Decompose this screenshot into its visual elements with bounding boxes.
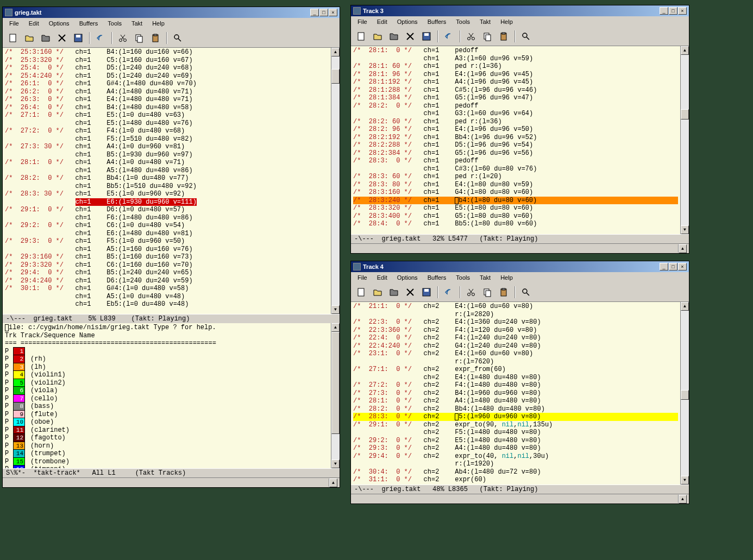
close-button[interactable]: × <box>678 263 687 270</box>
scroll-up-icon[interactable]: ▲ <box>681 302 689 311</box>
kill-buffer-icon[interactable] <box>55 31 69 45</box>
scroll-down-icon[interactable]: ▼ <box>331 460 340 468</box>
menu-buffers[interactable]: Buffers <box>423 273 451 282</box>
editor-pane[interactable]: /* 21:1: 0 */ ch=2 E4:(l=60 du=60 v=80) … <box>351 302 689 485</box>
track-row[interactable]: P6(viola) <box>5 387 329 395</box>
maximize-button[interactable]: □ <box>669 7 677 15</box>
search-icon[interactable] <box>519 285 533 299</box>
menu-edit[interactable]: Edit <box>373 17 392 26</box>
scroll-up-icon[interactable]: ▲ <box>681 46 689 55</box>
menu-help[interactable]: Help <box>496 273 517 282</box>
save-icon[interactable] <box>419 29 434 43</box>
cut-icon[interactable] <box>464 29 478 43</box>
menu-options[interactable]: Options <box>393 273 422 282</box>
menu-edit[interactable]: Edit <box>24 19 43 28</box>
scroll-up-icon[interactable]: ▲ <box>329 479 337 487</box>
close-button[interactable]: × <box>678 7 687 15</box>
menu-file[interactable]: File <box>353 17 372 26</box>
scroll-down-icon[interactable]: ▼ <box>681 476 689 485</box>
track-row[interactable]: P13(horn) <box>5 442 329 450</box>
dired-icon[interactable] <box>387 29 401 43</box>
new-file-icon[interactable] <box>354 285 368 299</box>
menu-help[interactable]: Help <box>148 19 169 28</box>
menu-buffers[interactable]: Buffers <box>75 19 103 28</box>
cut-icon[interactable] <box>464 285 478 299</box>
open-file-icon[interactable] <box>371 29 385 43</box>
track-row[interactable]: P2(rh) <box>5 355 329 363</box>
scrollbar[interactable]: ▲ ▼ <box>331 48 340 314</box>
undo-icon[interactable] <box>442 29 456 43</box>
undo-icon[interactable] <box>442 285 456 299</box>
scroll-down-icon[interactable]: ▼ <box>681 225 689 234</box>
track-row[interactable]: P10(oboe) <box>5 418 329 426</box>
new-file-icon[interactable] <box>354 29 368 43</box>
track-row[interactable]: P15(trombone) <box>5 458 329 466</box>
menu-takt[interactable]: Takt <box>475 273 495 282</box>
menu-takt[interactable]: Takt <box>127 19 147 28</box>
track-row[interactable]: P7(cello) <box>5 395 329 403</box>
menu-edit[interactable]: Edit <box>373 273 392 282</box>
copy-icon[interactable] <box>480 29 494 43</box>
titlebar[interactable]: Track 3 _ □ × <box>351 5 689 16</box>
scrollbar[interactable]: ▲ ▼ <box>331 323 340 468</box>
menu-takt[interactable]: Takt <box>475 17 495 26</box>
open-file-icon[interactable] <box>22 31 36 45</box>
editor-pane-1[interactable]: /* 25:3:160 */ ch=1 B4:(l=160 du=160 v=6… <box>3 48 340 314</box>
save-icon[interactable] <box>71 31 85 45</box>
track-row[interactable]: P9(flute) <box>5 411 329 419</box>
paste-icon[interactable] <box>148 31 162 45</box>
maximize-button[interactable]: □ <box>669 263 677 270</box>
minimize-button[interactable]: _ <box>660 263 668 270</box>
menu-help[interactable]: Help <box>496 17 517 26</box>
dired-icon[interactable] <box>39 31 53 45</box>
paste-icon[interactable] <box>497 29 511 43</box>
track-row[interactable]: P11(clarinet) <box>5 426 329 435</box>
menu-tools[interactable]: Tools <box>103 19 126 28</box>
track-row[interactable]: P14(trumpet) <box>5 450 329 458</box>
menu-options[interactable]: Options <box>393 17 422 26</box>
titlebar[interactable]: Track 4 _ □ × <box>351 261 689 272</box>
scrollbar[interactable]: ▲ ▼ <box>680 46 689 234</box>
scroll-up-icon[interactable]: ▲ <box>331 323 340 332</box>
minibuffer[interactable]: ▲ <box>351 243 689 253</box>
track-row[interactable]: P4(violin1) <box>5 371 329 379</box>
save-icon[interactable] <box>419 285 434 299</box>
track-row[interactable]: P16(timpani) <box>5 465 329 468</box>
scroll-up-icon[interactable]: ▲ <box>331 48 340 56</box>
track-row[interactable]: P5(violin2) <box>5 379 329 387</box>
track-row[interactable]: P12(fagotto) <box>5 434 329 442</box>
titlebar[interactable]: grieg.takt _ □ × <box>3 7 340 18</box>
track-row[interactable]: P1 <box>5 348 329 356</box>
undo-icon[interactable] <box>93 31 108 45</box>
kill-buffer-icon[interactable] <box>403 29 417 43</box>
copy-icon[interactable] <box>132 31 146 45</box>
maximize-button[interactable]: □ <box>319 9 328 16</box>
track-panel[interactable]: ile: c:/cygwin/home/nisim/grieg.takt Typ… <box>3 323 340 468</box>
dired-icon[interactable] <box>387 285 401 299</box>
open-file-icon[interactable] <box>371 285 385 299</box>
editor-pane[interactable]: /* 28:1: 0 */ ch=1 pedoff ch=1 A3:(l=60 … <box>351 46 689 234</box>
scroll-down-icon[interactable]: ▼ <box>331 305 340 314</box>
minimize-button[interactable]: _ <box>660 7 668 15</box>
menu-file[interactable]: File <box>353 273 372 282</box>
new-file-icon[interactable] <box>6 31 20 45</box>
kill-buffer-icon[interactable] <box>403 285 417 299</box>
copy-icon[interactable] <box>480 285 494 299</box>
paste-icon[interactable] <box>497 285 511 299</box>
minibuffer[interactable]: ▲ <box>3 477 340 487</box>
minibuffer[interactable]: ▲ <box>351 494 689 504</box>
menu-tools[interactable]: Tools <box>451 273 474 282</box>
minimize-button[interactable]: _ <box>310 9 319 16</box>
scroll-up-icon[interactable]: ▲ <box>679 244 687 253</box>
track-row[interactable]: P8(bass) <box>5 402 329 411</box>
menu-buffers[interactable]: Buffers <box>423 17 451 26</box>
menu-tools[interactable]: Tools <box>451 17 474 26</box>
close-button[interactable]: × <box>329 9 337 16</box>
menu-file[interactable]: File <box>5 19 23 28</box>
scrollbar[interactable]: ▲ ▼ <box>680 302 689 485</box>
search-icon[interactable] <box>171 31 185 45</box>
search-icon[interactable] <box>519 29 533 43</box>
cut-icon[interactable] <box>116 31 130 45</box>
menu-options[interactable]: Options <box>45 19 74 28</box>
scroll-up-icon[interactable]: ▲ <box>679 495 687 504</box>
